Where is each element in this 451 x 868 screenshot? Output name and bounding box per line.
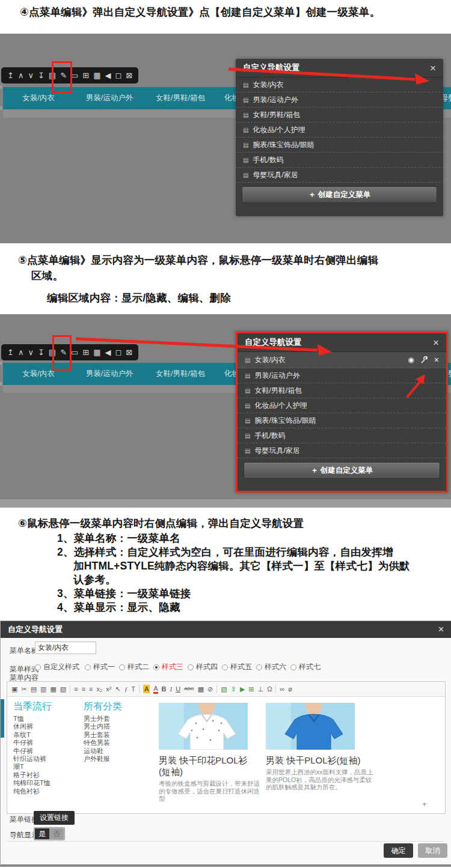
paste-word-icon[interactable]: ▧ [60, 682, 66, 696]
style-option-1[interactable]: 样式一 [85, 662, 115, 672]
highlight-color-icon[interactable]: A [143, 685, 150, 693]
delete-icon[interactable]: ⊠ [126, 67, 132, 83]
settings-icon[interactable]: ⊞ [82, 67, 89, 83]
menu-item[interactable]: ▤母婴玩具/家居 [238, 443, 446, 458]
link-icon[interactable]: ∞ [280, 682, 284, 696]
subscript-icon[interactable]: x₂ [97, 682, 103, 696]
nav-show-toggle[interactable]: 是 否 [34, 827, 65, 840]
font-family-icon[interactable]: ƒ [124, 682, 128, 696]
toggle-yes[interactable]: 是 [35, 828, 49, 839]
dialog-titlebar: 自定义导航设置 × [1, 621, 451, 638]
nav-item[interactable]: 女鞋/男鞋/箱包 [145, 87, 216, 109]
cancel-button[interactable]: 取消 [418, 843, 447, 858]
menu-doc-icon: ▤ [245, 402, 250, 409]
page-edge-nav-fragment [1, 699, 4, 738]
copy-icon[interactable]: ▤ [31, 682, 37, 696]
style-option-3[interactable]: 样式三 [153, 662, 183, 672]
font-color-icon[interactable]: A [153, 685, 158, 694]
move-top-icon[interactable]: ↥ [7, 67, 14, 83]
create-custom-menu-button[interactable]: ＋ 创建自定义菜单 [244, 462, 440, 479]
menu-item-label: 母婴玩具/家居 [253, 170, 298, 180]
style-option-7[interactable]: 样式七 [290, 662, 321, 672]
style-option-5[interactable]: 样式五 [222, 662, 252, 672]
rich-text-editor[interactable]: ▣ ✂ ▤ ▥ ▦ ▧ ≡ ≡ ≡ x₂ x² ↖ ƒ T A A B I [7, 681, 446, 814]
resize-handle-icon[interactable]: + [422, 800, 427, 809]
menu-item[interactable]: ▤女鞋/男鞋/箱包 [236, 108, 443, 123]
annotation-arrow-to-edit [399, 371, 435, 401]
eraser-icon[interactable]: ⊘ [207, 682, 213, 696]
nav-drag-handle[interactable] [0, 85, 2, 89]
toolbar-separator [70, 685, 70, 693]
menu-item[interactable]: ▤男装/运动户外 [236, 93, 443, 108]
table-cells-icon[interactable]: ▩ [198, 682, 204, 696]
menu-item[interactable]: ▤腕表/珠宝饰品/眼睛 [236, 138, 443, 153]
toggle-no[interactable]: 否 [49, 828, 64, 839]
strikethrough-icon[interactable]: ABC [184, 682, 194, 696]
special-char-icon[interactable]: Ω [267, 682, 272, 696]
menu-name-input[interactable] [35, 642, 96, 654]
move-down-icon[interactable]: ∨ [28, 67, 34, 83]
nav-drag-handle[interactable] [0, 106, 2, 110]
set-link-button[interactable]: 设置链接 [34, 811, 75, 825]
insert-image-icon[interactable]: ▧ [221, 682, 227, 696]
sound-icon[interactable]: ◀ [105, 67, 111, 83]
category-link: 户外鞋服 [84, 755, 122, 763]
style-option-custom[interactable]: 自定义样式 [35, 662, 79, 672]
product-image-white-polo [159, 703, 248, 750]
style-option-4[interactable]: 样式四 [188, 662, 218, 672]
menu-item-label: 化妆品/个人护理 [254, 401, 307, 411]
move-up-icon[interactable]: ∧ [18, 67, 24, 83]
underline-icon[interactable]: U [176, 682, 180, 696]
screenshot-step4: ↥ ∧ ∨ ↧ ▤ ✎ ▭ ⊞ ▦ ◀ ◻ ⊠ 女装/内衣 男装/运动户外 女鞋… [0, 34, 451, 243]
nav-drag-handle[interactable] [0, 361, 2, 365]
paste-icon[interactable]: ▥ [40, 682, 46, 696]
unlink-icon[interactable]: ø [288, 682, 292, 696]
paste-text-icon[interactable]: ▦ [50, 682, 56, 696]
menu-item-label: 男装/运动户外 [254, 371, 299, 381]
nav-item[interactable]: 男装/运动户外 [74, 363, 145, 385]
nav-item[interactable]: 男装/运动户外 [74, 87, 145, 109]
menu-item[interactable]: ▤腕表/珠宝饰品/眼睛 [238, 413, 446, 428]
nav-item[interactable]: 女鞋/男鞋/箱包 [145, 363, 216, 385]
ok-button[interactable]: 确定 [384, 843, 413, 858]
menu-item[interactable]: ▤母婴玩具/家居 [236, 168, 443, 183]
align-right-icon[interactable]: ≡ [89, 682, 93, 696]
close-icon[interactable]: × [438, 624, 444, 635]
media-icon[interactable]: ▦ [93, 67, 100, 83]
move-top-icon[interactable]: ↥ [7, 344, 14, 360]
lock-icon[interactable]: ◻ [115, 67, 122, 83]
align-center-icon[interactable]: ≡ [82, 682, 85, 696]
select-icon[interactable]: ↖ [115, 682, 120, 696]
superscript-icon[interactable]: x² [106, 682, 111, 696]
bold-icon[interactable]: B [162, 682, 167, 696]
move-bottom-icon[interactable]: ↧ [38, 67, 44, 83]
close-icon[interactable]: × [433, 338, 439, 348]
nav-drag-handle[interactable] [0, 382, 2, 386]
font-size-icon[interactable]: T [131, 682, 135, 696]
insert-table-icon[interactable]: ⊞ [248, 682, 254, 696]
edit-wrench-icon[interactable] [420, 356, 428, 364]
delete-x-icon[interactable]: × [434, 355, 439, 365]
create-custom-menu-button[interactable]: ＋ 创建自定义菜单 [242, 186, 437, 203]
align-left-icon[interactable]: ≡ [74, 682, 78, 696]
anchor-icon[interactable]: ⊥ [258, 682, 264, 696]
editor-content-area[interactable]: 当季流行 T恤 休闲裤 条纹T 牛仔裤 牛仔裤 针织运动裤 潮T 格子衬衫 纯棉… [7, 697, 445, 813]
italic-icon[interactable]: I [170, 682, 173, 696]
upload-icon[interactable]: ⇪ [231, 682, 236, 696]
show-hide-eye-icon[interactable]: ◉ [408, 356, 414, 364]
menu-item-actions: ◉ × [408, 355, 439, 365]
menu-item[interactable]: ▤手机/数码 [236, 153, 443, 168]
menu-item[interactable]: ▤化妆品/个人护理 [236, 123, 443, 138]
menu-item[interactable]: ▤手机/数码 [238, 428, 446, 443]
product-title: 男装 快干PLOL衫(短袖) [266, 754, 377, 766]
source-icon[interactable]: ▣ [11, 682, 17, 696]
menu-item-label: 腕表/珠宝饰品/眼睛 [253, 140, 314, 150]
move-bottom-icon[interactable]: ↧ [38, 344, 44, 360]
insert-media-icon[interactable]: ▶ [240, 682, 245, 696]
move-down-icon[interactable]: ∨ [28, 344, 34, 360]
style-option-2[interactable]: 样式二 [119, 662, 149, 672]
category-link: 牛仔裤 [13, 747, 52, 755]
move-up-icon[interactable]: ∧ [18, 344, 24, 360]
style-option-6[interactable]: 样式六 [256, 662, 286, 672]
cut-icon[interactable]: ✂ [21, 682, 26, 696]
